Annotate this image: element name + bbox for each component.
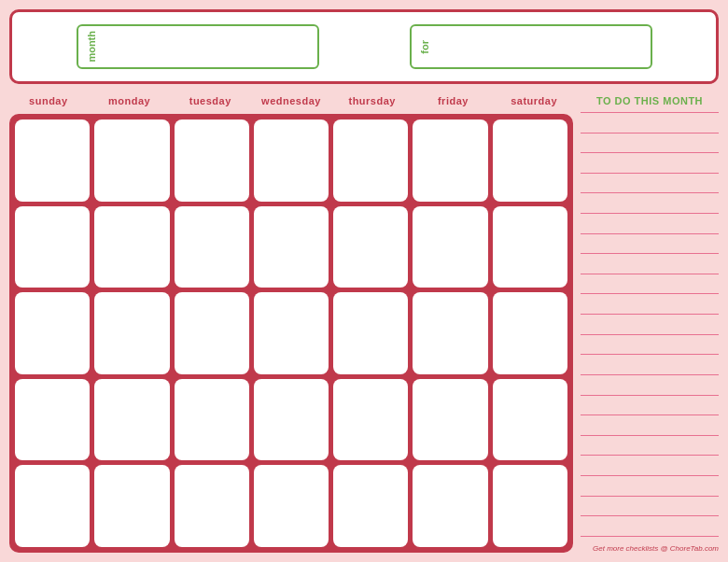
table-row[interactable] [254, 465, 329, 547]
table-row[interactable] [333, 379, 408, 461]
table-row[interactable] [493, 206, 567, 288]
table-row[interactable] [175, 292, 249, 374]
todo-line[interactable] [581, 455, 719, 456]
day-saturday: saturday [495, 91, 573, 110]
todo-title: TO DO THIS MONTH [581, 91, 719, 112]
day-sunday: sunday [9, 91, 88, 110]
table-row[interactable] [493, 465, 567, 547]
todo-line[interactable] [581, 133, 719, 133]
todo-line[interactable] [581, 233, 719, 234]
todo-line[interactable] [581, 354, 719, 355]
for-label: for [419, 40, 430, 54]
todo-line[interactable] [581, 274, 719, 274]
table-row[interactable] [413, 465, 487, 547]
table-row[interactable] [493, 119, 567, 202]
table-row[interactable] [94, 206, 169, 288]
todo-side: TO DO THIS MONTH Get more checklists @ C… [581, 91, 719, 553]
page-container: month for sunday monday tuesday wednesda… [9, 9, 719, 553]
table-row[interactable] [333, 119, 408, 202]
table-row[interactable] [254, 119, 329, 202]
day-monday: monday [91, 91, 169, 110]
table-row[interactable] [493, 292, 567, 374]
header-box: month for [9, 9, 719, 84]
day-friday: friday [414, 91, 493, 110]
table-row[interactable] [254, 379, 329, 461]
table-row[interactable] [94, 292, 169, 374]
todo-line[interactable] [581, 152, 719, 153]
main-area: sunday monday tuesday wednesday thursday… [9, 91, 719, 553]
todo-line[interactable] [581, 475, 719, 476]
todo-line[interactable] [581, 112, 719, 113]
todo-line[interactable] [581, 173, 719, 174]
day-wednesday: wednesday [252, 91, 330, 110]
table-row[interactable] [94, 119, 169, 202]
todo-line[interactable] [581, 496, 719, 497]
todo-line[interactable] [581, 213, 719, 214]
todo-line[interactable] [581, 536, 719, 537]
todo-footer: Get more checklists @ ChoreTab.com [581, 541, 719, 553]
month-field[interactable]: month [77, 24, 319, 69]
todo-line[interactable] [581, 374, 719, 375]
table-row[interactable] [413, 379, 487, 461]
table-row[interactable] [175, 465, 249, 547]
table-row[interactable] [15, 292, 90, 374]
todo-line[interactable] [581, 293, 719, 294]
table-row[interactable] [333, 206, 408, 288]
table-row[interactable] [254, 206, 329, 288]
calendar-side: sunday monday tuesday wednesday thursday… [9, 91, 573, 553]
table-row[interactable] [493, 379, 567, 461]
month-label: month [86, 31, 97, 63]
day-headers: sunday monday tuesday wednesday thursday… [9, 91, 573, 110]
todo-line[interactable] [581, 192, 719, 193]
table-row[interactable] [254, 292, 329, 374]
todo-line[interactable] [581, 435, 719, 436]
todo-line[interactable] [581, 414, 719, 415]
table-row[interactable] [15, 119, 90, 202]
table-row[interactable] [15, 465, 90, 547]
table-row[interactable] [175, 206, 249, 288]
calendar-grid-wrapper [9, 114, 573, 553]
todo-lines [581, 112, 719, 541]
day-thursday: thursday [333, 91, 412, 110]
table-row[interactable] [413, 119, 487, 202]
table-row[interactable] [94, 379, 169, 461]
table-row[interactable] [413, 292, 487, 374]
table-row[interactable] [413, 206, 487, 288]
todo-line[interactable] [581, 515, 719, 516]
todo-line[interactable] [581, 253, 719, 254]
todo-line[interactable] [581, 395, 719, 396]
calendar-grid [15, 119, 567, 547]
day-tuesday: tuesday [171, 91, 249, 110]
table-row[interactable] [15, 206, 90, 288]
table-row[interactable] [175, 119, 249, 202]
table-row[interactable] [333, 465, 408, 547]
todo-line[interactable] [581, 334, 719, 335]
table-row[interactable] [333, 292, 408, 374]
todo-line[interactable] [581, 314, 719, 315]
for-field[interactable]: for [410, 24, 652, 69]
table-row[interactable] [15, 379, 90, 461]
table-row[interactable] [175, 379, 249, 461]
table-row[interactable] [94, 465, 169, 547]
